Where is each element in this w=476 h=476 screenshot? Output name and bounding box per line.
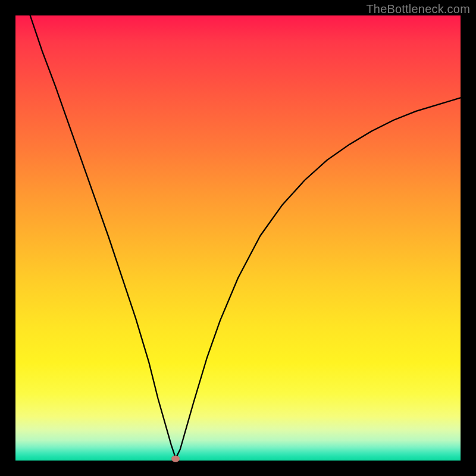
- chart-frame: TheBottleneck.com: [0, 0, 476, 476]
- watermark-text: TheBottleneck.com: [366, 2, 470, 16]
- bottleneck-curve: [15, 15, 461, 461]
- optimal-point-marker: [171, 456, 180, 462]
- plot-area: [15, 15, 461, 461]
